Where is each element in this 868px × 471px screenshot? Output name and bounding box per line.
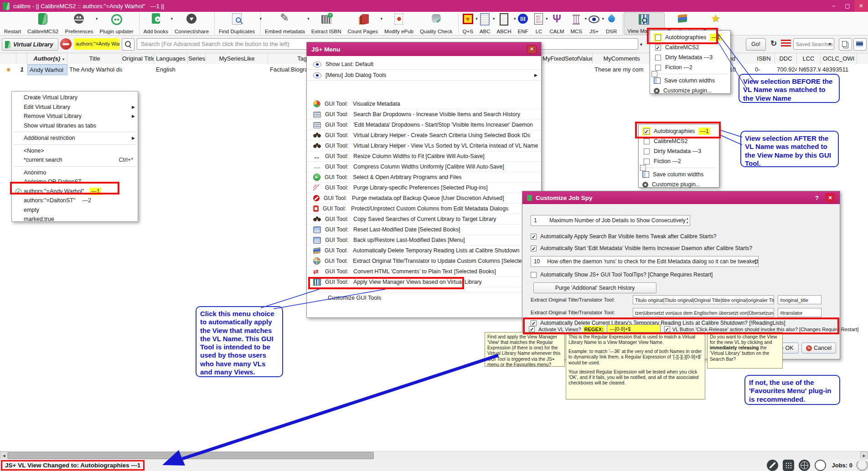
column-header-authors[interactable]: Author(s)▼: [27, 53, 67, 64]
view-item[interactable]: Fiction ---2: [639, 156, 719, 166]
spinner-arrows-icon[interactable]: ▲▼: [754, 257, 757, 266]
saved-searches-dropdown[interactable]: Saved Searches ▼: [793, 38, 834, 50]
checkbox[interactable]: [531, 234, 537, 240]
toolbar-button[interactable]: ▾ Find Duplicates: [216, 12, 261, 35]
gui-tool-menu-item[interactable]: GUI Tool: Select & Open Arbitrary Progra…: [307, 172, 541, 183]
customize-gui-tools-item[interactable]: Customize GUI Tools: [307, 292, 541, 303]
gui-tool-menu-item[interactable]: GUI Tool: Visualize Metadata: [307, 99, 541, 109]
scroll-right-icon[interactable]: ▶: [860, 451, 868, 460]
view-item[interactable]: Autobiographies ---1: [650, 32, 730, 42]
mycomments-cell[interactable]: These are my com: [593, 64, 651, 75]
menu-item[interactable]: Show virtual libraries as tabs ▶: [12, 121, 138, 131]
toolbar-button[interactable]: ▾ Plugin updater: [96, 12, 139, 35]
view-item[interactable]: Save column widths: [639, 169, 719, 179]
activate-vl-views-checkbox[interactable]: [529, 326, 535, 332]
jobs-spinner-icon[interactable]: [856, 459, 868, 471]
highlight-icon[interactable]: [781, 40, 791, 48]
menu-item[interactable]: authors:"=DaltonST" ---2 ▶: [12, 196, 138, 205]
jsplus-menu-titlebar[interactable]: JS+ Menu ✕: [307, 42, 541, 56]
checkbox[interactable]: [655, 55, 661, 61]
toolbar-button[interactable]: ▾ CALM: [546, 12, 567, 35]
view-item[interactable]: Save column widths: [650, 76, 730, 86]
view-item[interactable]: Customize plugin...: [650, 86, 730, 96]
menu-item[interactable]: authors:"=Andy Warhol" ---1 ▶: [12, 187, 138, 196]
jobs-status[interactable]: Jobs: 0: [832, 462, 852, 469]
menu-item[interactable]: Remove Virtual Library ▶: [12, 112, 138, 121]
toolbar-button[interactable]: ▾ Add books: [140, 12, 171, 35]
active-virtual-library-chip[interactable]: authors:"=Andy Warh...: [74, 38, 119, 50]
search-combo-arrow-icon[interactable]: ▼: [639, 42, 643, 47]
toolbar-button[interactable]: ▾ Embed metadata: [262, 12, 308, 35]
toolbar-button[interactable]: ▾ Count Pages: [345, 12, 382, 35]
toolbar-button[interactable]: ▾ CalibreMCS2: [24, 12, 62, 35]
view-item[interactable]: Fiction ---2: [650, 62, 730, 72]
column-header-ddc[interactable]: DDC: [775, 53, 797, 64]
gui-tool-menu-item[interactable]: GUI Tool: Reset Last-Modified Date [Sele…: [307, 225, 541, 235]
gui-tool-menu-item[interactable]: GUI Tool: Resize Column Widths to Fit [C…: [307, 151, 541, 162]
column-header-rownum[interactable]: [16, 53, 27, 64]
gui-tool-menu-item[interactable]: GUI Tool: Virtual Library Helper - View …: [307, 141, 541, 151]
gui-tool-menu-item[interactable]: GUI Tool: Copy Saved Searches of Current…: [307, 214, 541, 225]
view-item[interactable]: Dirty Metadata ---3: [650, 52, 730, 62]
gui-tool-menu-item[interactable]: GUI Tool: 'Edit Metadata' Dropdowns - St…: [307, 120, 541, 130]
checkbox[interactable]: [644, 148, 650, 154]
cancel-button[interactable]: Cancel: [801, 343, 836, 353]
gui-tool-menu-item[interactable]: GUI Tool: Purge Library-specific Prefere…: [307, 183, 541, 193]
gui-tool-menu-item[interactable]: GUI Tool: Purge metadata.opf Backup Queu…: [307, 193, 541, 204]
toolbar-button[interactable]: ▾ ABCH: [494, 12, 515, 35]
view-item[interactable]: CalibreMCS2: [639, 136, 719, 146]
auto-start-daemon-checkbox[interactable]: Automatically Start 'Edit Metadata' Visi…: [531, 245, 752, 251]
menu-item[interactable]: marked:true ▶: [12, 215, 138, 224]
menu-item[interactable]: Anónimo ▶: [12, 168, 138, 178]
view-item[interactable]: Autobiographies ---1: [639, 126, 719, 136]
go-button[interactable]: Go!: [746, 38, 766, 51]
column-header-original-title[interactable]: Original Title: [122, 53, 154, 64]
menu-item[interactable]: ▶: [12, 143, 138, 146]
gui-tool-menu-item[interactable]: GUI Tool: Extract Original Title/Transla…: [307, 256, 541, 266]
menu-item[interactable]: *current search Ctrl+* ▶: [12, 155, 138, 165]
toolbar-button[interactable]: ▾ JS+: [585, 12, 603, 35]
daemon-interval-spinner[interactable]: 10 How often the daemon 'runs' to check …: [531, 256, 759, 267]
save-search-button[interactable]: [853, 38, 867, 51]
clear-virtual-library-button[interactable]: [60, 38, 72, 50]
tag-icon[interactable]: [767, 460, 778, 471]
virtual-library-button[interactable]: Virtual Library: [2, 38, 58, 51]
menu-item[interactable]: ▶: [12, 165, 138, 168]
checkbox[interactable]: [644, 138, 650, 144]
extract-translator-input[interactable]: tzer|übersetzt von|aus dem Englischen üb…: [633, 308, 774, 317]
maximize-button[interactable]: [841, 0, 854, 12]
menu-item[interactable]: Edit Virtual Library ▶: [12, 102, 138, 112]
toolbar-button[interactable]: ▾ ENF: [514, 12, 531, 35]
menu-item[interactable]: Create Virtual Library ▶: [12, 93, 138, 102]
column-header-title[interactable]: Title: [67, 53, 122, 64]
checkbox[interactable]: [655, 35, 661, 41]
column-header-isbn[interactable]: ISBN: [753, 53, 775, 64]
toolbar-button[interactable]: ▾ Restart: [1, 12, 24, 35]
column-header-mycomments[interactable]: MyComments: [593, 53, 651, 64]
gui-tool-menu-item[interactable]: GUI Tool: Compress Column Widths Uniform…: [307, 162, 541, 172]
globe-icon[interactable]: [799, 460, 810, 471]
copy-search-button[interactable]: [839, 38, 852, 51]
view-item[interactable]: Dirty Metadata ---3: [639, 146, 719, 156]
toolbar-button[interactable]: ▾ Connect/share: [171, 12, 215, 35]
gui-tool-menu-item[interactable]: GUI Tool: Back up/Restore Last-Modified …: [307, 235, 541, 246]
toolbar-button[interactable]: ▾ DSR: [603, 12, 623, 35]
author-cell[interactable]: Andy Warhol: [27, 64, 67, 75]
toolbar-button[interactable]: ▾ Extract ISBN: [308, 12, 345, 35]
title-cell[interactable]: The Andy Warhol diaries: [67, 64, 122, 75]
scroll-left-icon[interactable]: ◀: [0, 451, 8, 460]
gui-tool-menu-item[interactable]: GUI Tool: Automatically Delete Temporary…: [307, 246, 541, 256]
help-button[interactable]: ?: [815, 195, 819, 201]
scrollbar-thumb[interactable]: [8, 452, 374, 459]
minimize-button[interactable]: [827, 0, 841, 12]
close-icon[interactable]: ✕: [825, 193, 835, 202]
view-item[interactable]: [650, 72, 730, 76]
checkbox[interactable]: [531, 272, 537, 278]
column-header-pin[interactable]: [0, 53, 16, 64]
gui-tool-menu-item[interactable]: GUI Tool: Virtual Library Helper - Creat…: [307, 130, 541, 141]
toolbar-button[interactable]: ▾ Modify ePub: [381, 12, 417, 35]
purge-search-history-button[interactable]: Purge 'Additional' Search History: [533, 282, 656, 293]
menu-item[interactable]: Show Last: Default ▶: [307, 59, 541, 70]
view-item[interactable]: Customize plugin...: [639, 179, 719, 189]
toolbar-button[interactable]: ▾ LC: [531, 12, 546, 35]
